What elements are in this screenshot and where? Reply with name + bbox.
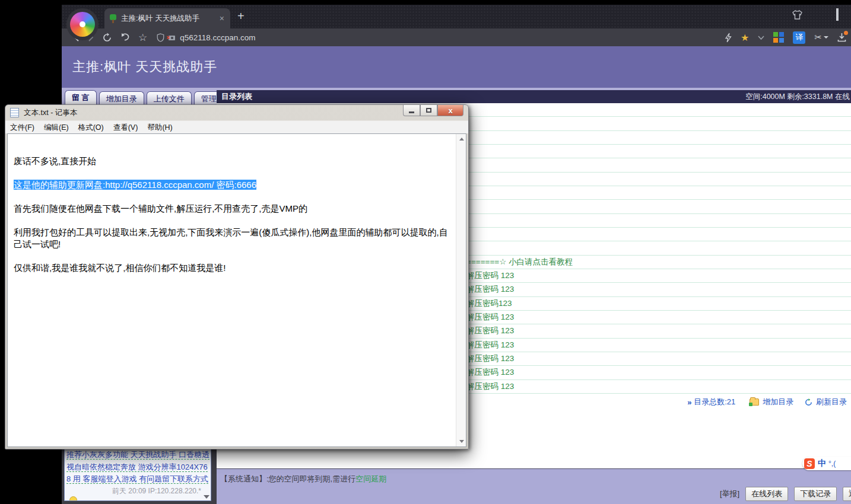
browser-tab-title: 主推:枫叶 天天挑战助手 [121,14,218,24]
notepad-menu-item-1[interactable]: 编辑(E) [39,121,74,134]
desktop-screen: 主推:枫叶 天天挑战助手 × + ☆ × q562118.cccpan.com [0,0,851,504]
url-text[interactable]: q562118.cccpan.com [180,33,255,42]
notepad-menu-item-4[interactable]: 帮助(H) [142,121,177,134]
selected-text: 这是他的辅助更新网盘:http://q562118.cccpan.com/ 密码… [14,180,256,190]
message-line-text: 视自暗依然稳定奔放 游戏分辨率1024X76 [66,462,208,472]
notepad-paragraph: 废话不多说,直接开始 [14,155,452,167]
notepad-paragraph: 利用我打包好的工具可以提取出来,无视加壳,下面我来演示一遍(傻瓜式操作),他网盘… [14,227,452,250]
system-notice: 【系统通知】:您的空间即将到期,需进行空间延期 [220,474,386,484]
page-footer: 【系统通知】:您的空间即将到期,需进行空间延期 [举报] 在线列表下载记录退出系 [217,468,851,504]
space-info: 空间:4000M 剩余:3331.8M 在线 [745,92,850,102]
ime-mode-indicator[interactable]: 中 [818,458,826,469]
notepad-paragraph: 仅供和谐,我是谁我就不说了,相信你们都不知道我是谁! [14,262,452,274]
browser-toolbar: ☆ × q562118.cccpan.com ★ 译 ✂ [62,28,851,46]
notepad-title: 文本.txt - 记事本 [24,108,77,118]
scroll-down-arrow-icon[interactable] [204,495,209,499]
directory-row-text: 解压密码 123 [466,368,514,377]
screenshot-scissors-icon[interactable]: ✂ [814,32,828,43]
notepad-menu-item-3[interactable]: 查看(V) [109,121,143,134]
favorite-star-icon[interactable]: ☆ [138,31,147,44]
smiley-icon [69,496,77,501]
scrollbar-up-arrow[interactable] [456,134,466,144]
space-renew-link[interactable]: 空间延期 [355,474,386,483]
message-line[interactable]: 8 用 客服端登入游戏 有问题留下联系方式 [65,473,211,486]
bookmarks-star-icon[interactable]: ★ [741,32,749,43]
browser-logo-icon[interactable] [66,8,99,40]
camera-blocked-icon[interactable]: × [167,34,176,41]
reload-button[interactable] [102,33,112,43]
apps-grid-icon[interactable] [773,32,784,43]
notepad-menu-item-2[interactable]: 格式(O) [74,121,109,134]
directory-row-text: 解压密码 123 [466,340,514,349]
double-chevron-icon: » [687,398,691,407]
refresh-directory-link[interactable]: 刷新目录 [816,397,847,406]
footer-button-0[interactable]: 在线列表 [745,487,788,501]
new-tab-button[interactable]: + [237,9,244,23]
window-maximize-button[interactable] [836,9,839,20]
notepad-scrollbar[interactable] [456,134,466,446]
translate-icon[interactable]: 译 [793,31,805,44]
site-banner: 主推:枫叶 天天挑战助手 [62,46,851,88]
notepad-titlebar[interactable]: 文本.txt - 记事本 x [5,105,468,120]
tab-close-icon[interactable]: × [218,14,226,23]
notepad-menubar: 文件(F)编辑(E)格式(O)查看(V)帮助(H) [5,120,468,133]
ime-toolbar[interactable]: S 中 °,( [802,457,851,470]
notepad-paragraph-selected: 这是他的辅助更新网盘:http://q562118.cccpan.com/ 密码… [14,179,452,191]
restore-session-icon[interactable] [120,33,130,42]
directory-row-text: 解压密码 123 [466,326,514,335]
message-meta: 前天 20:09 IP:120.228.220.* [65,486,211,497]
add-folder-icon [750,398,759,406]
add-directory-link[interactable]: 增加目录 [763,397,793,406]
ime-punctuation-indicator[interactable]: °,( [828,460,836,468]
message-line-text: 推荐小灰灰多功能 天天挑战助手 口香糖透 [66,450,209,460]
footer-button-1[interactable]: 下载记录 [794,487,837,501]
notepad-maximize-button[interactable] [420,105,437,116]
site-favicon-tree-icon [109,14,117,23]
directory-row-text: 解压密码 123 [466,271,514,280]
directory-total-label: 目录总数:21 [694,397,735,406]
download-icon[interactable] [837,33,846,42]
message-line[interactable]: 推荐小灰灰多功能 天天挑战助手 口香糖透 [65,449,211,461]
message-line-text: 8 用 客服端登入游戏 有问题留下联系方式 [66,474,208,484]
scrollbar-down-arrow[interactable] [456,436,466,446]
notepad-text-area[interactable]: 废话不多说,直接开始 这是他的辅助更新网盘:http://q562118.ccc… [8,134,456,446]
sogou-logo-icon[interactable]: S [804,458,815,469]
notepad-app-icon [10,108,19,117]
lightning-mode-icon[interactable] [725,33,732,43]
directory-row-text: 解压密码 123 [466,382,514,391]
download-badge [844,31,848,35]
system-notice-text: 【系统通知】:您的空间即将到期,需进行 [220,474,355,483]
notepad-close-button[interactable]: x [437,105,463,116]
report-link[interactable]: [举报] [720,489,739,499]
footer-button-2[interactable]: 退出系 [843,487,851,501]
directory-header-bar: 目录列表 空间:4000M 剩余:3331.8M 在线 [217,90,851,103]
pinwheel-icon [70,12,95,37]
shield-icon [157,33,164,42]
notepad-minimize-button[interactable] [403,105,420,116]
chevron-down-icon[interactable] [758,36,764,40]
notepad-paragraph: 首先我们随便在他网盘下载一个辅助文件,解压运行,不用查壳了,壳是VMP的 [14,203,452,215]
theme-shirt-icon[interactable] [792,10,803,20]
message-line[interactable]: 视自暗依然稳定奔放 游戏分辨率1024X76 [65,461,211,474]
notepad-menu-item-0[interactable]: 文件(F) [5,121,39,134]
message-board-panel: 推荐小灰灰多功能 天天挑战助手 口香糖透视自暗依然稳定奔放 游戏分辨率1024X… [64,448,211,501]
directory-row-text: 解压密码 123 [466,354,514,363]
directory-row-text: 解压密码 123 [466,285,514,294]
directory-row-text: =======☆ 小白请点击看教程 [466,257,573,266]
directory-list-title: 目录列表 [221,91,252,102]
directory-row-text: 解压密码123 [466,299,512,308]
browser-tab[interactable]: 主推:枫叶 天天挑战助手 × [104,8,230,28]
notepad-window: 文本.txt - 记事本 x 文件(F)编辑(E)格式(O)查看(V)帮助(H)… [5,104,469,449]
site-banner-title: 主推:枫叶 天天挑战助手 [72,46,851,88]
address-bar[interactable]: × q562118.cccpan.com [157,33,725,42]
notepad-body: 废话不多说,直接开始 这是他的辅助更新网盘:http://q562118.ccc… [7,133,466,447]
directory-row-text: 解压密码 123 [466,312,514,321]
refresh-icon [805,398,812,407]
